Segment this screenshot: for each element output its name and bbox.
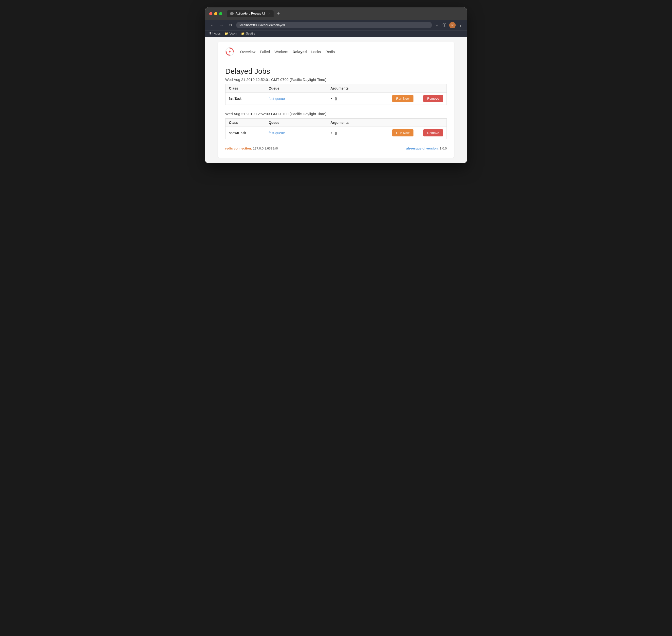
col-header-arguments: Arguments [327, 84, 389, 93]
footer-redis: redis connection: 127.0.0.1:6379#0 [225, 146, 278, 150]
address-bar[interactable] [236, 22, 432, 28]
cell-run-1: Run Now [389, 93, 420, 105]
nav-link-failed[interactable]: Failed [260, 49, 270, 54]
bookmark-seattle[interactable]: 📁 Seattle [241, 32, 255, 35]
nav-link-overview[interactable]: Overview [240, 49, 256, 54]
cell-class-name-1: fastTask [225, 93, 265, 105]
table-header-row: Class Queue Arguments [225, 84, 447, 93]
bookmark-apps-label: Apps [214, 32, 220, 35]
resque-footer: redis connection: 127.0.0.1:6379#0 ah-re… [225, 146, 447, 150]
bookmark-voom[interactable]: 📁 Voom [224, 32, 237, 35]
page-content: Overview Failed Workers Delayed Locks Re… [205, 37, 467, 163]
browser-window: ActionHero Resque UI ✕ + ← → ↻ ☆ ⓘ P ⋮ A… [205, 7, 467, 163]
job-timestamp-1: Wed Aug 21 2019 12:52:01 GMT-0700 (Pacif… [225, 77, 447, 82]
queue-link-2[interactable]: fast-queue [269, 131, 285, 135]
job-table-2: Class Queue Arguments spawnTask fast-que… [225, 118, 447, 139]
folder-icon-voom: 📁 [224, 32, 228, 35]
nav-link-delayed[interactable]: Delayed [293, 49, 307, 54]
active-tab[interactable]: ActionHero Resque UI ✕ [227, 11, 274, 17]
info-icon-btn[interactable]: ⓘ [441, 22, 447, 28]
resque-logo-icon [225, 47, 234, 56]
cell-queue-2: fast-queue [265, 127, 327, 139]
arg-item-2: {} [335, 131, 386, 135]
queue-link-1[interactable]: fast-queue [269, 97, 285, 101]
minimize-button[interactable] [214, 12, 217, 15]
col-header-run-2 [389, 119, 420, 127]
cell-args-1: {} [327, 93, 389, 105]
cell-class-name-2: spawnTask [225, 127, 265, 139]
table-header-row-2: Class Queue Arguments [225, 119, 447, 127]
col-header-run [389, 84, 420, 93]
tab-title: ActionHero Resque UI [236, 12, 265, 15]
footer-redis-label: redis connection: [225, 146, 252, 150]
remove-button-1[interactable]: Remove [423, 95, 443, 102]
nav-link-redis[interactable]: Redis [325, 49, 335, 54]
job-group-1: Wed Aug 21 2019 12:52:01 GMT-0700 (Pacif… [225, 77, 447, 105]
cell-remove-1: Remove [420, 93, 447, 105]
maximize-button[interactable] [219, 12, 222, 15]
bookmark-apps[interactable]: Apps [209, 32, 220, 35]
bookmark-icon-btn[interactable]: ☆ [434, 22, 440, 28]
nav-link-locks[interactable]: Locks [311, 49, 321, 54]
col-header-queue-2: Queue [265, 119, 327, 127]
new-tab-button[interactable]: + [276, 11, 281, 17]
cell-remove-2: Remove [420, 127, 447, 139]
resque-nav: Overview Failed Workers Delayed Locks Re… [240, 49, 335, 54]
tab-close-icon[interactable]: ✕ [268, 12, 270, 15]
remove-button-2[interactable]: Remove [423, 129, 443, 136]
col-header-arguments-2: Arguments [327, 119, 389, 127]
col-header-queue: Queue [265, 84, 327, 93]
arg-item: {} [335, 97, 386, 100]
job-group-2: Wed Aug 21 2019 12:52:03 GMT-0700 (Pacif… [225, 112, 447, 139]
col-header-remove-2 [420, 119, 447, 127]
arg-list-1: {} [330, 97, 386, 100]
traffic-lights [209, 12, 222, 15]
footer-version-label: ah-resque-ui version: [406, 146, 439, 150]
bookmarks-bar: Apps 📁 Voom 📁 Seattle [205, 31, 467, 37]
bookmark-seattle-label: Seattle [246, 32, 255, 35]
apps-grid-icon [209, 32, 213, 35]
col-header-class-2: Class [225, 119, 265, 127]
footer-version-value: 1.0.0 [440, 146, 447, 150]
folder-icon-seattle: 📁 [241, 32, 245, 35]
col-header-remove [420, 84, 447, 93]
nav-link-workers[interactable]: Workers [274, 49, 288, 54]
footer-version: ah-resque-ui version: 1.0.0 [406, 146, 447, 150]
arg-list-2: {} [330, 131, 386, 135]
menu-icon-btn[interactable]: ⋮ [458, 22, 463, 28]
run-now-button-2[interactable]: Run Now [392, 129, 413, 136]
resque-container: Overview Failed Workers Delayed Locks Re… [218, 42, 454, 158]
nav-actions: ☆ ⓘ P ⋮ [434, 22, 463, 28]
cell-run-2: Run Now [389, 127, 420, 139]
run-now-button-1[interactable]: Run Now [392, 95, 413, 102]
nav-bar: ← → ↻ ☆ ⓘ P ⋮ [205, 20, 467, 31]
job-table-1: Class Queue Arguments fastTask fast-queu… [225, 84, 447, 105]
refresh-button[interactable]: ↻ [228, 22, 234, 28]
back-button[interactable]: ← [209, 22, 216, 28]
table-row-2: spawnTask fast-queue {} Run Now [225, 127, 447, 139]
profile-avatar[interactable]: P [449, 22, 456, 28]
tab-favicon [230, 12, 234, 15]
forward-button[interactable]: → [218, 22, 225, 28]
bookmark-voom-label: Voom [230, 32, 237, 35]
cell-queue-1: fast-queue [265, 93, 327, 105]
cell-args-2: {} [327, 127, 389, 139]
col-header-class: Class [225, 84, 265, 93]
title-bar: ActionHero Resque UI ✕ + [205, 7, 467, 20]
close-button[interactable] [209, 12, 212, 15]
resque-header: Overview Failed Workers Delayed Locks Re… [225, 47, 447, 60]
svg-point-1 [229, 51, 231, 52]
page-title: Delayed Jobs [225, 67, 447, 76]
job-timestamp-2: Wed Aug 21 2019 12:52:03 GMT-0700 (Pacif… [225, 112, 447, 116]
tab-bar: ActionHero Resque UI ✕ + [227, 11, 463, 17]
footer-redis-value: 127.0.0.1:6379#0 [253, 146, 278, 150]
table-row: fastTask fast-queue {} Run Now [225, 93, 447, 105]
